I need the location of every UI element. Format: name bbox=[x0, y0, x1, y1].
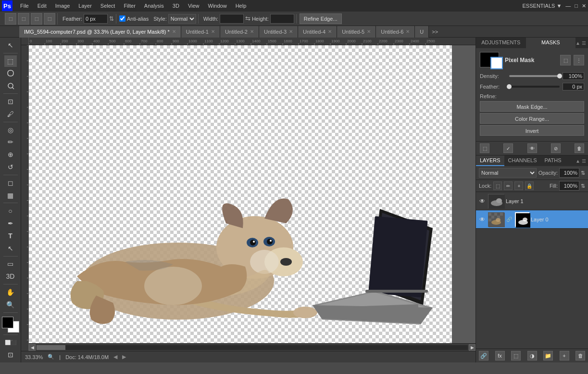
swap-icon[interactable]: ⇆ bbox=[245, 15, 250, 22]
density-thumb[interactable] bbox=[557, 74, 562, 78]
eyedropper-tool[interactable]: 🖋 bbox=[4, 108, 17, 120]
tool-options-btn2[interactable]: ⬚ bbox=[18, 13, 29, 25]
layer-1-visibility-toggle[interactable]: 👁 bbox=[478, 197, 487, 206]
mask-edge-button[interactable]: Mask Edge... bbox=[480, 101, 584, 112]
horizontal-scrollbar[interactable]: ◀ ▶ bbox=[29, 343, 475, 351]
hand-tool[interactable]: ✋ bbox=[4, 286, 17, 298]
density-value[interactable] bbox=[563, 72, 584, 80]
quick-select-tool[interactable] bbox=[4, 80, 17, 91]
tool-options-btn4[interactable]: ⬚ bbox=[44, 13, 55, 25]
paths-tab[interactable]: PATHS bbox=[541, 155, 565, 166]
close-btn[interactable]: ✕ bbox=[582, 3, 586, 9]
status-arrow-left[interactable]: ◀ bbox=[113, 354, 117, 360]
menu-3d[interactable]: 3D bbox=[169, 2, 183, 10]
h-scroll-track[interactable] bbox=[37, 345, 468, 350]
height-input[interactable] bbox=[270, 14, 294, 24]
tool-options-btn1[interactable]: ⬚ bbox=[5, 13, 16, 25]
text-tool[interactable]: T bbox=[4, 230, 17, 242]
panel-collapse-icon[interactable]: ▲ bbox=[575, 40, 580, 46]
menu-help[interactable]: Help bbox=[232, 2, 250, 10]
tab-untitled2[interactable]: Untitled-2 ✕ bbox=[220, 26, 259, 38]
history-brush-tool[interactable]: ↺ bbox=[4, 161, 17, 173]
menu-view[interactable]: View bbox=[184, 2, 203, 10]
style-select[interactable]: Normal bbox=[168, 14, 196, 24]
fill-input[interactable] bbox=[559, 181, 579, 191]
scroll-left-btn[interactable]: ◀ bbox=[29, 344, 36, 351]
tab-overflow-btn[interactable]: >> bbox=[429, 28, 441, 36]
lock-position-btn[interactable]: + bbox=[514, 181, 523, 190]
lock-all-btn[interactable]: 🔒 bbox=[525, 181, 534, 190]
menu-window[interactable]: Window bbox=[204, 2, 231, 10]
tab-untitled5[interactable]: Untitled-5 ✕ bbox=[337, 26, 376, 38]
width-input[interactable] bbox=[220, 14, 244, 24]
lock-transparent-btn[interactable]: ⬚ bbox=[493, 181, 502, 190]
tab-untitled1-close[interactable]: ✕ bbox=[211, 29, 215, 34]
color-range-button[interactable]: Color Range... bbox=[480, 113, 584, 124]
invert-button[interactable]: Invert bbox=[480, 125, 584, 136]
tab-untitled3-close[interactable]: ✕ bbox=[289, 29, 293, 34]
feather-value[interactable] bbox=[563, 83, 584, 90]
gradient-tool[interactable]: ▦ bbox=[4, 190, 17, 201]
mask-add-btn[interactable]: ⬚ bbox=[560, 55, 571, 65]
tab-untitled6-close[interactable]: ✕ bbox=[406, 29, 410, 34]
menu-select[interactable]: Select bbox=[97, 2, 119, 10]
mask-options-btn[interactable]: ⋮ bbox=[574, 55, 584, 65]
mask-thumbnail-white[interactable] bbox=[490, 57, 503, 69]
menu-analysis[interactable]: Analysis bbox=[140, 2, 168, 10]
lock-pixels-btn[interactable]: ✏ bbox=[504, 181, 513, 190]
layer-0-chain-icon[interactable]: 🔗 bbox=[506, 216, 513, 223]
layer-delete-btn[interactable]: 🗑 bbox=[575, 351, 585, 361]
menu-filter[interactable]: Filter bbox=[120, 2, 139, 10]
zoom-tool[interactable]: 🔍 bbox=[4, 299, 17, 310]
zoom-icon[interactable]: 🔍 bbox=[48, 354, 54, 360]
tab-untitled6[interactable]: Untitled-6 ✕ bbox=[376, 26, 415, 38]
panel-menu-icon[interactable]: ☰ bbox=[582, 40, 586, 46]
canvas-scroll[interactable]: ◀ ▶ bbox=[29, 45, 475, 351]
tool-options-btn3[interactable]: ⬚ bbox=[31, 13, 42, 25]
opacity-arrow-icon[interactable]: ⇅ bbox=[581, 170, 585, 176]
menu-image[interactable]: Image bbox=[51, 2, 74, 10]
layers-panel-collapse-icon[interactable]: ▲ bbox=[575, 158, 580, 164]
feather-thumb[interactable] bbox=[507, 84, 512, 89]
scroll-right-btn[interactable]: ▶ bbox=[469, 344, 475, 351]
feather-track[interactable] bbox=[509, 86, 560, 88]
layer-0-mask-thumbnail[interactable] bbox=[515, 212, 529, 227]
tab-active[interactable]: IMG_5594-computer7.psd @ 33.3% (Layer 0,… bbox=[19, 26, 181, 38]
h-scroll-thumb[interactable] bbox=[37, 345, 65, 350]
tab-untitled4[interactable]: Untitled-4 ✕ bbox=[298, 26, 337, 38]
lasso-tool[interactable] bbox=[4, 68, 17, 79]
mask-disable-btn[interactable]: ⊘ bbox=[551, 143, 561, 153]
eraser-tool[interactable]: ◻ bbox=[4, 177, 17, 189]
fill-arrow-icon[interactable]: ⇅ bbox=[581, 183, 585, 189]
pen-tool[interactable]: ✒ bbox=[4, 218, 17, 229]
refine-edge-button[interactable]: Refine Edge... bbox=[300, 13, 342, 24]
layer-adjustment-btn[interactable]: ◑ bbox=[527, 351, 537, 361]
foreground-color-swatch[interactable] bbox=[2, 317, 13, 328]
status-arrow-right[interactable]: ▶ bbox=[122, 354, 126, 360]
feather-input[interactable] bbox=[84, 14, 108, 24]
stamp-tool[interactable]: ⊕ bbox=[4, 149, 17, 160]
tab-untitled4-close[interactable]: ✕ bbox=[328, 29, 332, 34]
menu-layer[interactable]: Layer bbox=[75, 2, 96, 10]
density-track[interactable] bbox=[509, 75, 560, 77]
layer-mask-btn[interactable]: ⬚ bbox=[511, 351, 521, 361]
dodge-tool[interactable]: ○ bbox=[4, 205, 17, 217]
layer-0-visibility-toggle[interactable]: 👁 bbox=[478, 215, 487, 224]
3d-tool[interactable]: 3D bbox=[4, 271, 17, 282]
layer-new-btn[interactable]: + bbox=[560, 351, 569, 361]
tab-untitled1[interactable]: Untitled-1 ✕ bbox=[181, 26, 220, 38]
opacity-input[interactable] bbox=[559, 168, 579, 178]
maximize-btn[interactable]: □ bbox=[575, 3, 578, 9]
move-tool[interactable]: ↖ bbox=[4, 39, 17, 51]
anti-alias-checkbox[interactable] bbox=[119, 15, 125, 22]
mask-load-btn[interactable]: ⬚ bbox=[480, 143, 489, 153]
mask-delete-btn[interactable]: 🗑 bbox=[575, 143, 584, 153]
tab-untitled2-close[interactable]: ✕ bbox=[250, 29, 254, 34]
layers-tab[interactable]: LAYERS bbox=[476, 155, 504, 166]
menu-file[interactable]: File bbox=[16, 2, 33, 10]
masks-tab[interactable]: MASKS bbox=[526, 38, 576, 48]
tab-untitled5-close[interactable]: ✕ bbox=[367, 29, 371, 34]
screen-mode-btn[interactable]: ⊡ bbox=[4, 349, 17, 361]
tab-active-close[interactable]: ✕ bbox=[172, 29, 176, 34]
layer-group-btn[interactable]: 📁 bbox=[543, 351, 553, 361]
